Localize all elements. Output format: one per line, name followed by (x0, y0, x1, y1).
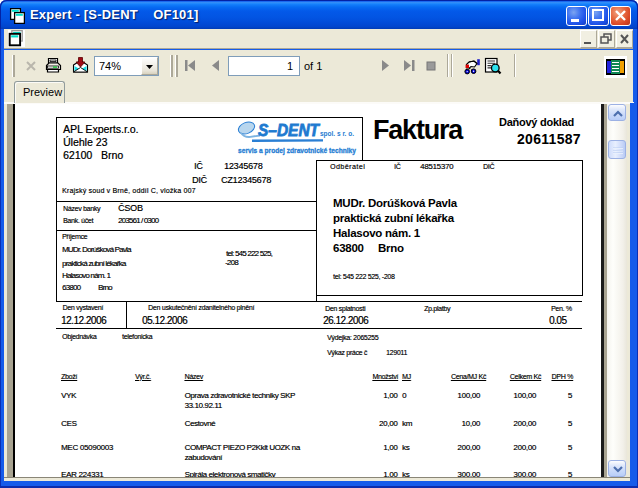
svg-text:spol. s r. o.: spol. s r. o. (320, 130, 354, 138)
svg-text:S–DENT: S–DENT (258, 121, 321, 139)
svg-text:servis a prodej zdravotnické t: servis a prodej zdravotnické techniky (238, 146, 357, 155)
